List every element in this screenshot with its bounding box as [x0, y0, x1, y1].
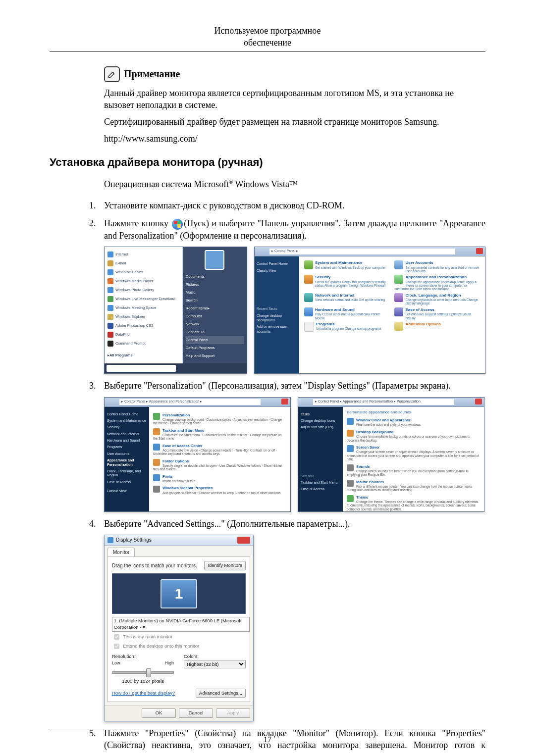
app-item-folder[interactable]: Folder OptionsSpecify single- or double-… — [153, 459, 286, 471]
sm-pics[interactable]: Pictures — [186, 281, 244, 289]
app-side-6[interactable]: User Accounts — [107, 452, 147, 456]
app-side-0[interactable]: Control Panel Home — [107, 412, 147, 416]
app-side-2[interactable]: Security — [107, 425, 147, 429]
ok-button[interactable]: OK — [142, 708, 176, 718]
pers-item-saver[interactable]: Screen SaverChange your screen saver or … — [347, 445, 480, 461]
app-side-8[interactable]: Clock, Language, and Region — [107, 469, 147, 478]
sm-recent[interactable]: Recent Items ▸ — [186, 304, 244, 312]
ds-chk-main[interactable]: This is my main monitor — [112, 633, 246, 641]
pers-side-2[interactable]: Adjust font size (DPI) — [301, 425, 340, 429]
step-2: 2. Нажмите кнопку (Пуск) и выберите "Пан… — [89, 217, 485, 242]
sm-music[interactable]: Music — [186, 289, 244, 297]
app-item-sidebar[interactable]: Windows Sidebar PropertiesAdd gadgets to… — [153, 486, 286, 495]
start-item-email[interactable]: E-mail — [107, 259, 179, 268]
note-url-link[interactable]: http://www.samsung.com/ — [104, 134, 198, 144]
cp-side-home[interactable]: Control Panel Home — [257, 261, 297, 266]
sm-help[interactable]: Help and Support — [186, 352, 244, 360]
close-icon[interactable] — [476, 248, 483, 254]
ds-title-text: Display Settings — [116, 537, 152, 544]
sm-default[interactable]: Default Programs — [186, 344, 244, 352]
cp-address[interactable]: ▸ Control Panel ▸ — [269, 249, 455, 254]
start-item-ps[interactable]: Adobe Photoshop CS2 — [107, 321, 179, 330]
pers-side-1[interactable]: Change desktop icons — [301, 419, 340, 423]
cp-cat-appearance[interactable]: Appearance and PersonalizationChange the… — [394, 275, 480, 291]
pers-item-theme[interactable]: ThemeChange the theme. Themes can change… — [347, 495, 480, 511]
cp-side-users[interactable]: Add or remove user accounts — [257, 324, 297, 334]
pers-item-color[interactable]: Window Color and AppearanceFine tune the… — [347, 418, 480, 427]
start-item-explorer[interactable]: Windows Explorer — [107, 312, 179, 321]
app-item-fonts[interactable]: FontsInstall or remove a font — [153, 474, 286, 483]
ds-tab-monitor[interactable]: Monitor — [107, 548, 135, 557]
cp-side-classic[interactable]: Classic View — [257, 268, 297, 273]
identify-monitors-button[interactable]: Identify Monitors — [204, 561, 246, 570]
app-address[interactable]: ▸ Control Panel ▸ Appearance and Persona… — [119, 399, 261, 405]
start-item-live[interactable]: Windows Live Messenger Download — [107, 295, 179, 303]
sm-computer[interactable]: Computer — [186, 312, 244, 320]
start-item-meeting[interactable]: Windows Meeting Space — [107, 303, 179, 312]
pers-address[interactable]: ▸ Control Panel ▸ Appearance and Persona… — [313, 399, 454, 405]
close-icon[interactable] — [475, 399, 482, 404]
sm-network[interactable]: Network — [186, 320, 244, 328]
ds-help-link[interactable]: How do I get the best display? — [112, 690, 175, 697]
app-side-4[interactable]: Hardware and Sound — [107, 439, 147, 443]
cp-cat-users[interactable]: User AccountsSet up parental controls fo… — [394, 260, 480, 273]
app-side-1[interactable]: System and Maintenance — [107, 419, 147, 423]
app-item-personalization[interactable]: PersonalizationChange desktop background… — [153, 413, 286, 425]
start-item-internet[interactable]: Internet — [107, 250, 179, 259]
note-text-2: Сертифицированный драйвер будет размещен… — [104, 116, 485, 128]
cp-main: System and MaintenanceGet started with W… — [299, 256, 485, 374]
app-side-9[interactable]: Ease of Access — [107, 480, 147, 484]
start-item-cmd[interactable]: Command Prompt — [107, 339, 179, 348]
header-line-1: Используемое программное — [50, 25, 485, 37]
pers-item-sounds[interactable]: SoundsChange which sounds are heard when… — [347, 464, 480, 477]
cp-side-bg[interactable]: Change desktop background — [257, 313, 297, 323]
sm-connect[interactable]: Connect To — [186, 328, 244, 336]
advanced-settings-button[interactable]: Advanced Settings... — [196, 689, 246, 698]
ds-colors-select[interactable]: Highest (32 bit) — [184, 660, 246, 668]
monitor-1-icon[interactable]: 1 — [160, 579, 197, 608]
step-number-4: 4. — [89, 518, 104, 530]
cp-cat-additional[interactable]: Additional Options — [394, 322, 480, 332]
start-search-input[interactable] — [107, 365, 176, 372]
step-3-screenshots: ▸ Control Panel ▸ Appearance and Persona… — [104, 397, 485, 512]
pers-heading: Personalize appearance and sounds — [347, 410, 480, 415]
cp-cat-clock[interactable]: Clock, Language, and RegionChange keyboa… — [394, 293, 480, 305]
cp-cat-system[interactable]: System and MaintenanceGet started with W… — [304, 260, 390, 273]
start-item-welcome[interactable]: Welcome Center — [107, 268, 179, 277]
cancel-button[interactable]: Cancel — [179, 708, 213, 718]
note-text-1: Данный драйвер монитора является сертифи… — [104, 87, 485, 111]
cp-cat-security[interactable]: SecurityCheck for updates Check this com… — [304, 275, 390, 291]
start-item-photo[interactable]: Windows Photo Gallery — [107, 286, 179, 295]
cp-cat-ease[interactable]: Ease of AccessLet Windows suggest settin… — [394, 307, 480, 320]
start-all-programs[interactable]: ▸ All Programs — [107, 351, 179, 360]
close-icon[interactable] — [281, 399, 288, 404]
app-item-ease[interactable]: Ease of Access CenterAccommodate low vis… — [153, 444, 286, 456]
start-item-datapilot[interactable]: DataPilot — [107, 330, 179, 339]
start-item-wmp[interactable]: Windows Media Player — [107, 277, 179, 286]
sm-search[interactable]: Search — [186, 297, 244, 304]
app-side-5[interactable]: Programs — [107, 445, 147, 449]
cp-cat-programs[interactable]: ProgramsUninstall a program Change start… — [304, 322, 390, 332]
pers-item-bg[interactable]: Desktop BackgroundChoose from available … — [347, 430, 480, 442]
sm-control-panel[interactable]: Control Panel — [186, 336, 244, 344]
pers-side-4[interactable]: Taskbar and Start Menu — [301, 481, 340, 485]
cp-cat-hardware[interactable]: Hardware and SoundPlay CDs or other medi… — [304, 307, 390, 320]
ds-monitor-dropdown[interactable]: 1. (Multiple Monitors) on NVIDIA GeForce… — [112, 617, 250, 632]
pers-item-mouse[interactable]: Mouse PointersPick a different mouse poi… — [347, 480, 480, 492]
app-side-3[interactable]: Network and Internet — [107, 432, 147, 436]
cp-titlebar: ▸ Control Panel ▸ — [255, 247, 485, 256]
pers-side-5[interactable]: Ease of Access — [301, 487, 340, 491]
app-side-10[interactable]: Classic View — [107, 489, 147, 493]
ds-resolution-slider[interactable] — [112, 667, 174, 677]
close-icon[interactable] — [237, 537, 250, 544]
apply-button[interactable]: Apply — [216, 708, 250, 718]
app-item-taskbar[interactable]: Taskbar and Start MenuCustomize the Star… — [153, 428, 286, 441]
app-side-7[interactable]: Appearance and Personalization — [107, 458, 147, 467]
screenshot-control-panel: ▸ Control Panel ▸ Control Panel Home Cla… — [254, 247, 485, 374]
cp-cat-network[interactable]: Network and InternetView network status … — [304, 293, 390, 305]
windows-start-icon — [172, 219, 183, 230]
sm-docs[interactable]: Documents — [186, 273, 244, 281]
header-line-2: обеспечение — [50, 37, 485, 49]
step-3: 3. Выберите "Personalization" (Персонали… — [89, 380, 485, 392]
ds-chk-extend[interactable]: Extend the desktop onto this monitor — [112, 642, 246, 651]
